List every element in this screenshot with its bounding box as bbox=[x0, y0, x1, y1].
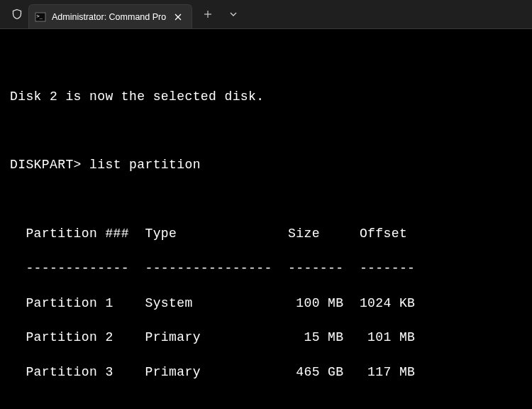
terminal-icon: >_ bbox=[35, 11, 46, 23]
shield-icon bbox=[6, 0, 28, 28]
prompt-line: DISKPART> list partition bbox=[10, 156, 522, 173]
tab-command-prompt[interactable]: >_ Administrator: Command Pro bbox=[28, 4, 192, 28]
table-row: Partition 3 Primary 465 GB 117 MB bbox=[10, 364, 522, 381]
table-header: Partition ### Type Size Offset bbox=[10, 225, 522, 242]
svg-text:>_: >_ bbox=[37, 13, 43, 19]
new-tab-button[interactable] bbox=[195, 0, 221, 28]
titlebar: >_ Administrator: Command Pro bbox=[0, 0, 532, 28]
tab-title: Administrator: Command Pro bbox=[52, 12, 166, 22]
tab-dropdown-button[interactable] bbox=[221, 0, 246, 28]
close-icon[interactable] bbox=[172, 11, 184, 23]
table-row: Partition 2 Primary 15 MB 101 MB bbox=[10, 329, 522, 346]
table-row: Partition 1 System 100 MB 1024 KB bbox=[10, 295, 522, 312]
titlebar-actions bbox=[195, 0, 246, 28]
command-text: list partition bbox=[89, 158, 201, 172]
output-line: Disk 2 is now the selected disk. bbox=[10, 88, 522, 105]
terminal-output[interactable]: Disk 2 is now the selected disk. DISKPAR… bbox=[0, 28, 532, 409]
table-divider: ------------- ---------------- ------- -… bbox=[10, 260, 522, 277]
